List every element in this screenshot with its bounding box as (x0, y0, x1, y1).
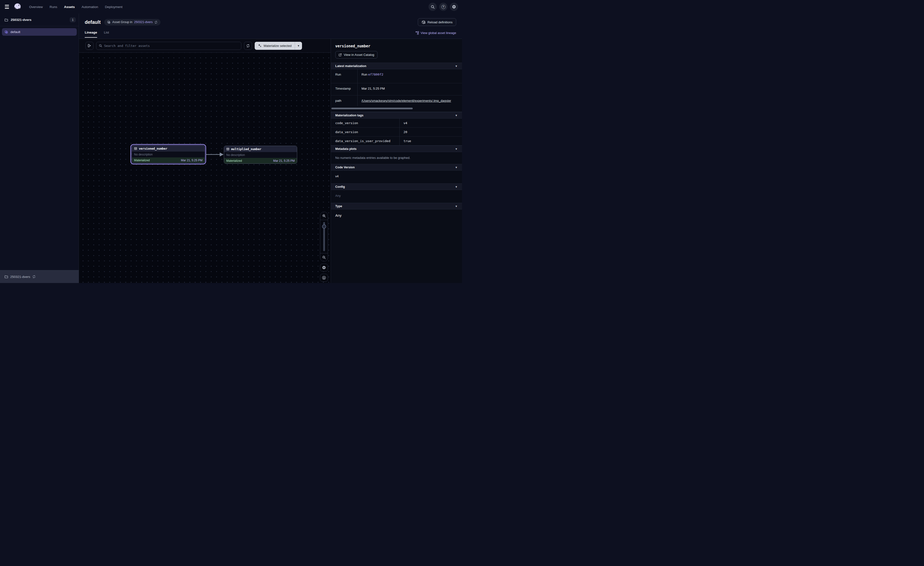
reload-definitions-button[interactable]: Reload definitions (418, 18, 456, 26)
section-config[interactable]: Config ▼ (331, 184, 462, 190)
download-graph-icon[interactable] (320, 274, 328, 282)
section-latest-materialization[interactable]: Latest materialization ▼ (331, 63, 462, 69)
section-materialization-tags[interactable]: Materialization tags ▼ (331, 112, 462, 119)
open-panel-icon[interactable] (86, 42, 93, 50)
nav-item-deployment[interactable]: Deployment (105, 5, 122, 9)
run-id-link[interactable]: ef7800f2 (368, 73, 383, 76)
badge-location-link[interactable]: 250321-dvers (134, 20, 153, 24)
asset-name: multiplied_number (231, 147, 261, 151)
asset-description: No description (224, 152, 297, 158)
external-link-icon (338, 53, 342, 57)
dagster-logo[interactable] (13, 2, 22, 12)
section-code-version[interactable]: Code Version ▼ (331, 164, 462, 170)
materialized-time: Mar 21, 5:25 PM (181, 159, 202, 162)
sparkles-icon (258, 44, 262, 48)
table-row: code_version v4 (331, 119, 462, 128)
asset-name: versioned_number (139, 147, 167, 151)
zoom-slider-thumb[interactable] (322, 224, 326, 229)
view-tabs: Lineage List View global asset lineage (79, 31, 462, 39)
gear-icon[interactable] (450, 3, 458, 11)
chevron-down-icon: ▼ (455, 114, 458, 117)
asset-group-icon (107, 20, 111, 24)
sidebar-group-name: 250321-dvers (10, 18, 32, 22)
lineage-canvas[interactable]: versioned_number No description Material… (79, 53, 331, 283)
cube-reload-icon (422, 20, 426, 24)
table-icon (134, 147, 137, 150)
menu-icon[interactable] (2, 2, 12, 12)
reload-location-icon[interactable] (32, 275, 36, 278)
chevron-down-icon: ▼ (455, 166, 458, 169)
page-title: default (85, 20, 101, 25)
sync-icon[interactable] (154, 21, 158, 24)
config-value: Any (331, 190, 462, 203)
metadata-plots-empty-message: No numeric metadata entries available to… (331, 152, 462, 164)
code-location-footer[interactable]: 250321-dvers (0, 270, 79, 283)
chevron-down-icon: ▼ (455, 185, 458, 188)
type-value: Any (331, 209, 462, 223)
view-global-lineage-link[interactable]: View global asset lineage (416, 31, 456, 35)
search-icon (99, 44, 102, 47)
zoom-out-icon[interactable] (320, 253, 328, 261)
zoom-slider[interactable] (320, 220, 328, 253)
tab-lineage[interactable]: Lineage (85, 31, 97, 38)
lineage-toolbar: Materialize selected ▼ (79, 39, 331, 53)
nav-item-runs[interactable]: Runs (50, 5, 57, 9)
panel-asset-title: versioned_number (335, 44, 458, 48)
sidebar-item-label: default (10, 30, 20, 34)
nav-item-automation[interactable]: Automation (82, 5, 98, 9)
materialize-selected-button[interactable]: Materialize selected ▼ (255, 42, 302, 50)
materialization-tags-table: code_version v4 data_version 20 data_ver… (331, 119, 462, 146)
table-row: path /Users/smackesey/stm/code/elementl/… (331, 95, 462, 106)
folder-icon (4, 18, 8, 22)
top-nav: Overview Runs Assets Automation Deployme… (0, 0, 462, 14)
badge-text: Asset Group in (112, 20, 132, 24)
code-version-value: v4 (331, 170, 462, 184)
search-icon[interactable] (429, 3, 437, 11)
table-row: data_version_is_user_provided true (331, 137, 462, 146)
asset-detail-panel: versioned_number View in Asset Catalog L… (331, 39, 462, 283)
chevron-down-icon: ▼ (455, 148, 458, 151)
chevron-down-icon: ▼ (455, 205, 458, 208)
group-count-badge: 1 (70, 17, 76, 23)
search-input[interactable] (104, 44, 238, 48)
asset-node-versioned-number[interactable]: versioned_number No description Material… (132, 145, 205, 163)
code-location-name: 250321-dvers (10, 275, 30, 278)
view-in-asset-catalog-button[interactable]: View in Asset Catalog (335, 51, 378, 59)
table-row: data_version 20 (331, 128, 462, 137)
nav-item-assets[interactable]: Assets (64, 5, 75, 9)
path-link[interactable]: /Users/smackesey/stm/code/elementl/exper… (362, 99, 451, 102)
asset-group-badge: Asset Group in 250321-dvers (104, 19, 160, 26)
section-type[interactable]: Type ▼ (331, 203, 462, 209)
main-nav: Overview Runs Assets Automation Deployme… (29, 5, 122, 9)
zoom-in-icon[interactable] (320, 212, 328, 220)
lineage-edge-arrow (205, 151, 225, 158)
zoom-controls (320, 212, 328, 262)
materialized-time: Mar 21, 5:25 PM (273, 159, 295, 163)
sidebar-group-row[interactable]: 250321-dvers 1 (0, 14, 79, 26)
lineage-graph-icon (416, 31, 419, 35)
scrollbar-thumb[interactable] (332, 108, 413, 109)
sidebar-item-default[interactable]: default (2, 28, 77, 36)
latest-materialization-table: Run Run ef7800f2 Timestamp Mar 21, 5:25 … (331, 69, 462, 106)
asset-group-icon (4, 30, 8, 34)
asset-search (96, 42, 242, 50)
page-header: default Asset Group in 250321-dvers (79, 14, 462, 31)
tab-list[interactable]: List (104, 31, 109, 38)
materialize-dropdown-caret[interactable]: ▼ (295, 42, 302, 50)
help-icon[interactable]: ? (439, 3, 447, 11)
table-icon (226, 148, 230, 151)
table-row: Run Run ef7800f2 (331, 69, 462, 83)
materialized-status: Materialized (134, 159, 150, 162)
graph-settings-icon[interactable] (320, 263, 328, 272)
folder-icon (4, 275, 8, 278)
asset-groups-sidebar: 250321-dvers 1 default (0, 14, 79, 270)
section-metadata-plots[interactable]: Metadata plots ▼ (331, 146, 462, 152)
table-row: Timestamp Mar 21, 5:25 PM (331, 83, 462, 95)
nav-item-overview[interactable]: Overview (29, 5, 43, 9)
asset-description: No description (132, 152, 205, 157)
horizontal-scrollbar (331, 106, 462, 112)
chevron-down-icon: ▼ (455, 65, 458, 68)
asset-node-multiplied-number[interactable]: multiplied_number No description Materia… (224, 146, 297, 164)
materialized-status: Materialized (226, 159, 242, 163)
refresh-icon[interactable] (244, 42, 252, 50)
